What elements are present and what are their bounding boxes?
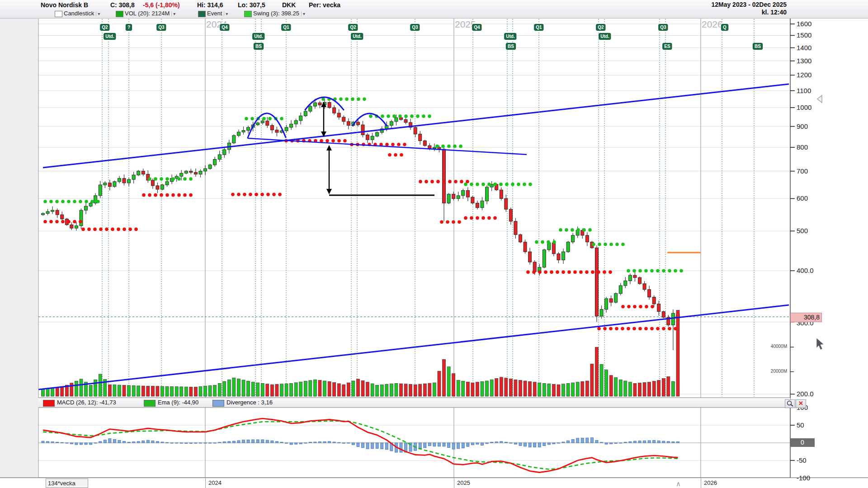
price-axis-label: 800 [797, 143, 808, 151]
event-badge-q3[interactable]: Q3 [156, 24, 166, 31]
divergence-value[interactable]: Divergence : 3,16 [226, 399, 273, 406]
indicator-swing[interactable]: Swing (3): 398.25▾ [253, 10, 305, 17]
year-label: 2026 [704, 479, 717, 486]
ema-swatch [144, 400, 156, 407]
price-axis-label: 1300 [797, 57, 811, 65]
macd-zero-tag: 0 [790, 438, 815, 447]
week-high: Hi: 314,6 [197, 1, 223, 9]
event-badge-q3[interactable]: Q3 [658, 24, 668, 31]
year-watermark: 2026 [702, 19, 723, 30]
event-badge-utd[interactable]: Utd. [104, 33, 116, 40]
macd-axis-label: -100 [797, 474, 810, 482]
currency-label: DKK [282, 1, 296, 9]
event-badge-q2[interactable]: Q2 [348, 24, 358, 31]
close-pane-button[interactable]: ✕ [796, 399, 806, 408]
indicator-candlestick[interactable]: Candlestick▾ [64, 10, 100, 17]
scroll-caret-icon[interactable]: ∧ [676, 480, 681, 488]
macd-swatch [43, 400, 55, 407]
event-badge-bs[interactable]: BS [753, 43, 763, 50]
macd-axis-label: -50 [797, 456, 807, 464]
price-axis-label: 1400 [797, 44, 811, 52]
zoom-tool-button[interactable] [785, 399, 795, 408]
chevron-down-icon[interactable]: ▾ [171, 11, 175, 16]
event-badge-utd[interactable]: Utd. [504, 33, 516, 40]
charting-app-window: Novo Nordisk B C: 308,8 -5,6 (-1,80%) Hi… [0, 0, 868, 488]
date-range: 12May 2023 - 02Dec 2025 [711, 1, 787, 8]
year-label: 2025 [457, 479, 470, 486]
price-axis-label: 600 [797, 194, 808, 202]
indicator-volume[interactable]: VOL (20): 2124M▾ [125, 10, 175, 17]
macd-value[interactable]: MACD (26, 12): -41,73 [57, 399, 116, 406]
chevron-down-icon[interactable]: ▾ [96, 11, 100, 16]
price-axis-label: 700 [797, 167, 808, 175]
price-axis-label: 1100 [797, 87, 811, 94]
event-badge-utd[interactable]: Utd. [599, 33, 611, 40]
swing-swatch [244, 11, 252, 17]
current-price-tag: 308,8 [790, 313, 822, 322]
divergence-swatch [212, 400, 224, 407]
event-badge-utd[interactable]: Utd. [351, 33, 363, 40]
year-divider [205, 478, 206, 488]
symbol-title: Novo Nordisk B [41, 1, 88, 9]
time-axis-bar [0, 478, 868, 488]
event-badge-q4[interactable]: Q4 [220, 24, 229, 31]
event-badge-utd[interactable]: Utd. [252, 33, 264, 40]
indicator-event[interactable]: Event▾ [207, 10, 228, 17]
event-badge-q3[interactable]: Q3 [410, 24, 420, 31]
year-label: 2024 [208, 479, 222, 486]
event-badge-q1[interactable]: Q1 [534, 24, 543, 31]
chart-canvas[interactable] [0, 0, 868, 488]
period-label: Per: vecka [309, 1, 340, 9]
year-divider [701, 478, 701, 488]
event-badge-bs[interactable]: BS [254, 43, 264, 50]
event-badge-q[interactable]: Q [721, 24, 728, 31]
event-badge-q4[interactable]: Q4 [472, 24, 481, 31]
price-axis-label: 1200 [797, 71, 811, 79]
event-swatch [198, 11, 206, 17]
event-badge-[interactable]: ? [126, 24, 132, 31]
last-price: C: 308,8 [110, 1, 135, 9]
price-axis-label: 200.0 [797, 390, 814, 398]
volume-axis-label: 40000M [762, 344, 787, 349]
week-low: Lo: 307,5 [238, 1, 265, 9]
volume-axis-label: 20000M [762, 369, 787, 374]
event-badge-q2[interactable]: Q2 [100, 24, 109, 31]
price-change: -5,6 (-1,80%) [143, 1, 180, 9]
price-axis-label: 400.0 [797, 267, 814, 274]
candlestick-swatch [55, 11, 62, 17]
event-badge-q2[interactable]: Q2 [596, 24, 605, 31]
event-badge-q1[interactable]: Q1 [281, 24, 291, 31]
event-badge-bs[interactable]: BS [506, 43, 516, 50]
macd-axis-label: 50 [797, 421, 804, 429]
event-badge-es[interactable]: ES [662, 43, 672, 50]
price-axis-label: 1600 [797, 20, 811, 28]
price-axis-label: 500 [797, 227, 808, 235]
ema-value[interactable]: Ema (9): -44,90 [158, 399, 198, 406]
period-count-box[interactable]: 134*vecka [46, 479, 88, 488]
price-axis-label: 900 [797, 122, 808, 130]
clock-time: kl. 12:40 [762, 9, 787, 16]
magnifier-icon [786, 400, 794, 407]
year-divider [454, 478, 454, 488]
chevron-down-icon[interactable]: ▾ [224, 11, 228, 16]
chevron-down-icon[interactable]: ▾ [301, 11, 305, 16]
close-icon: ✕ [798, 400, 803, 407]
price-axis-label: 1500 [797, 31, 811, 39]
volume-swatch [116, 11, 123, 17]
price-axis-label: 1000 [797, 103, 811, 111]
